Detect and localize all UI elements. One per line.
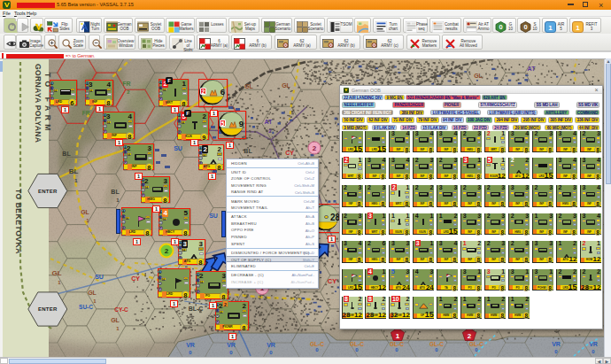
svg-text:2: 2: [468, 332, 472, 340]
svg-text:SU: SU: [174, 145, 182, 151]
svg-text:CY: CY: [328, 277, 336, 285]
svg-text:GORNAYA POLYANA: GORNAYA POLYANA: [34, 64, 43, 143]
svg-text:VR: VR: [552, 341, 561, 347]
svg-text:ENTER: ENTER: [38, 189, 58, 194]
svg-text:CY: CY: [285, 150, 294, 156]
svg-text:GL: GL: [474, 73, 483, 79]
svg-text:GL-C: GL-C: [350, 341, 364, 347]
svg-text:2: 2: [165, 247, 169, 255]
svg-text:2: 2: [313, 144, 317, 152]
svg-text:GL: GL: [111, 317, 120, 323]
svg-text:1: 1: [548, 24, 553, 32]
svg-text:BL-C: BL-C: [189, 306, 204, 312]
svg-text:CY: CY: [131, 275, 140, 282]
svg-text:1: 1: [396, 332, 400, 340]
svg-text:FR: FR: [122, 81, 130, 87]
svg-text:VR: VR: [267, 342, 275, 348]
svg-text:ENTER: ENTER: [38, 306, 58, 312]
svg-text:BL: BL: [244, 148, 252, 154]
svg-text:0: 0: [499, 23, 502, 31]
svg-text:GL-C: GL-C: [310, 341, 324, 347]
svg-text:GL: GL: [88, 290, 97, 296]
svg-text:0: 0: [523, 23, 527, 31]
svg-text:BL: BL: [69, 167, 79, 175]
svg-text:BL: BL: [111, 189, 120, 195]
svg-text:GL: GL: [51, 269, 61, 277]
svg-text:GL: GL: [244, 83, 253, 89]
svg-text:VR: VR: [589, 341, 598, 347]
svg-text:SU-C: SU-C: [79, 304, 93, 310]
svg-text:GL-C: GL-C: [429, 341, 444, 347]
svg-text:VR: VR: [227, 342, 236, 348]
svg-text:GL-C: GL-C: [390, 341, 404, 347]
svg-text:SU: SU: [209, 213, 218, 219]
svg-text:AT: AT: [265, 119, 274, 125]
svg-text:AT: AT: [528, 66, 537, 72]
svg-text:BL: BL: [62, 151, 71, 157]
svg-text:CY-C: CY-C: [114, 306, 128, 313]
svg-text:VR: VR: [186, 342, 195, 348]
svg-text:GL: GL: [282, 82, 290, 89]
svg-text:GL-C: GL-C: [469, 341, 483, 347]
svg-text:1: 1: [576, 24, 580, 32]
svg-text:SU: SU: [95, 274, 104, 280]
svg-text:GL: GL: [81, 209, 89, 215]
svg-text:FR: FR: [82, 110, 90, 116]
svg-text:TO BEKETOVKA: TO BEKETOVKA: [14, 189, 23, 254]
